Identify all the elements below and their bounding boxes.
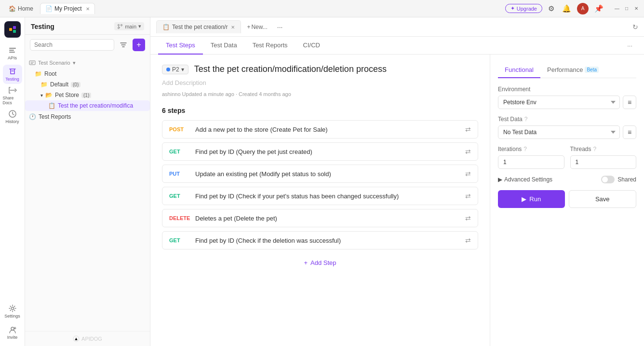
save-button[interactable]: Save: [569, 190, 637, 208]
close-button[interactable]: ✕: [632, 5, 640, 13]
tree-default[interactable]: 📁 Default (0): [25, 79, 150, 90]
step-row[interactable]: GET Find pet by ID (Query the pet just c…: [162, 142, 478, 161]
iterations-input[interactable]: 1: [498, 155, 564, 169]
meta-row: ashinno Updated a minute ago · Created 4…: [162, 91, 478, 97]
env-menu-button[interactable]: ≡: [623, 96, 636, 109]
iterations-threads: Iterations ? 1 Threads ? 1: [498, 146, 636, 176]
panel-tab-functional[interactable]: Functional: [498, 62, 540, 78]
shared-label: Shared: [617, 176, 636, 183]
test-reports-item[interactable]: 🕐 Test Reports: [25, 111, 150, 123]
sidebar-item-share-docs[interactable]: Share Docs: [3, 86, 22, 105]
project-close-icon[interactable]: ✕: [86, 6, 90, 12]
sidebar: Testing main ▾ +: [25, 17, 150, 346]
add-button[interactable]: +: [133, 39, 145, 51]
sub-tab-test-reports[interactable]: Test Reports: [245, 37, 295, 55]
tab-refresh-button[interactable]: ↻: [632, 23, 638, 31]
sub-tab-test-data[interactable]: Test Data: [203, 37, 245, 55]
step-row[interactable]: POST Add a new pet to the store (Create …: [162, 120, 478, 138]
iterations-label-text: Iterations: [498, 146, 522, 152]
iterations-help-icon[interactable]: ?: [523, 146, 527, 152]
content-area: 📋 Test the pet creation/r ✕ + New... ···…: [150, 17, 644, 346]
test-data-help-icon[interactable]: ?: [524, 116, 528, 123]
petstore-caret-icon: ▾: [40, 93, 43, 98]
step-row[interactable]: PUT Update an existing pet (Modify pet s…: [162, 165, 478, 183]
tab-more-button[interactable]: ···: [273, 21, 287, 33]
test-scenario-chevron-icon: ▾: [73, 60, 76, 66]
step-method-badge: DELETE: [169, 215, 191, 221]
svg-point-10: [118, 24, 120, 26]
priority-badge[interactable]: P2 ▾: [162, 65, 188, 74]
settings-label: Settings: [4, 314, 20, 318]
home-icon: 🏠: [9, 5, 16, 12]
threads-help-icon[interactable]: ?: [593, 146, 597, 152]
step-method-badge: GET: [169, 193, 191, 199]
new-tab-plus-icon: +: [247, 24, 250, 30]
sidebar-item-testing[interactable]: Testing: [3, 65, 22, 84]
svg-point-9: [11, 327, 14, 330]
step-action-icon[interactable]: ⇄: [465, 125, 471, 133]
tab-project[interactable]: 📄 My Project ✕: [40, 3, 95, 14]
bell-icon-button[interactable]: 🔔: [560, 3, 573, 14]
add-step-button[interactable]: + Add Step: [162, 253, 478, 272]
sub-tab-test-steps[interactable]: Test Steps: [158, 37, 203, 55]
window-controls: — □ ✕: [613, 5, 640, 13]
test-data-label: Test Data ?: [498, 116, 636, 123]
upgrade-button[interactable]: ✦ Upgrade: [505, 4, 542, 13]
tree-active-test[interactable]: 📋 Test the pet creation/modifica: [25, 100, 150, 111]
step-action-icon[interactable]: ⇄: [465, 214, 471, 222]
petstore-folder-icon: 📂: [45, 92, 53, 98]
panel-tabs: Functional Performance Beta: [498, 62, 636, 78]
minimize-button[interactable]: —: [613, 5, 621, 13]
environment-group: Environment Petstore Env ≡: [498, 86, 636, 109]
step-action-icon[interactable]: ⇄: [465, 148, 471, 155]
step-row[interactable]: GET Find pet by ID (Check if your pet's …: [162, 187, 478, 205]
toggle-knob: [602, 177, 608, 182]
settings-icon-button[interactable]: ⚙: [546, 3, 556, 14]
step-row[interactable]: DELETE Deletes a pet (Delete the pet) ⇄: [162, 209, 478, 227]
step-action-icon[interactable]: ⇄: [465, 192, 471, 200]
main-layout: APIs Testing Share Docs History: [0, 17, 644, 346]
svg-point-8: [11, 307, 13, 310]
tree-root[interactable]: 📁 Root: [25, 69, 150, 79]
tree-petstore[interactable]: ▾ 📂 Pet Store (1): [25, 90, 150, 100]
step-row[interactable]: GET Find pet by ID (Check if the deletio…: [162, 231, 478, 249]
step-action-icon[interactable]: ⇄: [465, 236, 471, 244]
sidebar-item-invite[interactable]: Invite: [3, 323, 22, 342]
app-logo: [4, 21, 21, 38]
pin-icon-button[interactable]: 📌: [592, 3, 605, 14]
panel-tab-performance[interactable]: Performance Beta: [540, 62, 605, 78]
tab-home[interactable]: 🏠 Home: [4, 3, 38, 14]
sidebar-header: Testing main ▾: [25, 17, 150, 35]
search-input[interactable]: [30, 39, 114, 51]
doc-tab[interactable]: 📋 Test the pet creation/r ✕: [156, 20, 241, 33]
tree-area: Test Scenario ▾ 📁 Root 📁 Default (0) ▾ 📂…: [25, 55, 150, 331]
share-docs-icon: [8, 86, 17, 95]
doc-tab-close-icon[interactable]: ✕: [231, 25, 235, 30]
advanced-settings-row[interactable]: ▶ Advanced Settings Shared: [498, 176, 636, 183]
filter-button[interactable]: [117, 39, 130, 51]
apidog-label: APIDOG: [81, 336, 102, 342]
test-scenario-label-row[interactable]: Test Scenario ▾: [25, 57, 150, 69]
step-method-badge: GET: [169, 149, 191, 154]
icon-bar: APIs Testing Share Docs History: [0, 17, 25, 346]
sidebar-item-settings[interactable]: Settings: [3, 302, 22, 321]
test-data-menu-button[interactable]: ≡: [623, 125, 636, 139]
run-button[interactable]: ▶ Run: [498, 190, 565, 208]
test-data-select[interactable]: No Test Data: [498, 125, 620, 139]
sub-tab-more-button[interactable]: ···: [623, 38, 636, 53]
test-content: P2 ▾ Test the pet creation/modification/…: [150, 55, 644, 346]
step-action-icon[interactable]: ⇄: [465, 170, 471, 178]
maximize-button[interactable]: □: [623, 5, 631, 13]
sub-tab-cicd[interactable]: CI/CD: [295, 37, 328, 55]
shared-toggle[interactable]: [601, 176, 615, 183]
sidebar-item-history[interactable]: History: [3, 107, 22, 126]
root-label: Root: [44, 70, 56, 77]
test-file-icon: 📋: [48, 102, 55, 109]
add-description[interactable]: Add Description: [162, 79, 478, 86]
branch-selector[interactable]: main ▾: [114, 22, 144, 30]
threads-input[interactable]: 1: [570, 155, 637, 169]
sidebar-item-apis[interactable]: APIs: [3, 43, 22, 63]
environment-select[interactable]: Petstore Env: [498, 96, 620, 109]
avatar[interactable]: A: [577, 3, 589, 14]
tab-new[interactable]: + New...: [243, 22, 271, 32]
